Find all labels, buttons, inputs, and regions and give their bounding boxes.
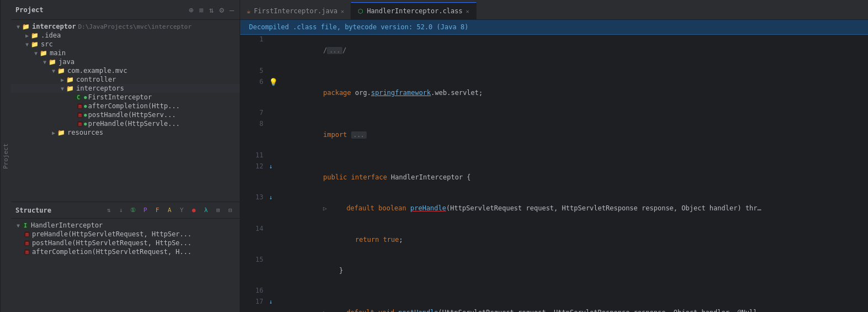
tree-item-label: interceptors — [76, 84, 124, 92]
arrow-icon: ▼ — [15, 24, 21, 30]
project-toolbar: Project ⊕ ≡ ⇅ ⚙ — — [11, 0, 240, 20]
folder-icon: 📁 — [31, 41, 39, 48]
structure-title: Structure — [15, 207, 102, 214]
tree-item-post-handle[interactable]: m ● postHandle(HttpServ... — [11, 110, 240, 119]
code-lines: 1 /.../ 5 6 💡 package org.springfram — [240, 35, 868, 312]
keyword: default — [331, 204, 379, 212]
code-editor[interactable]: 1 /.../ 5 6 💡 package org.springfram — [240, 35, 868, 312]
method-name: postHandle — [398, 309, 438, 312]
folder-icon: 📁 — [57, 129, 65, 136]
folder-icon: 📁 — [49, 59, 56, 66]
tree-item-src[interactable]: ▼ 📁 src — [11, 40, 240, 49]
line-gutter: ↓ — [268, 193, 279, 224]
filter-fields-icon[interactable]: F — [152, 205, 162, 215]
filter-circle-icon[interactable]: ● — [189, 205, 199, 215]
line-content: ▷ default boolean preHandle(HttpServletR… — [279, 193, 868, 224]
structure-item-handler-interceptor[interactable]: ▼ I HandlerInterceptor — [11, 221, 240, 230]
tree-item-interceptors[interactable]: ▼ 📁 interceptors — [11, 84, 240, 93]
line-content — [279, 151, 868, 162]
tab-handler-interceptor[interactable]: ⬡ HandlerInterceptor.class ✕ — [351, 2, 476, 19]
folder-icon: 📁 — [40, 50, 47, 57]
line-gutter[interactable]: 💡 — [268, 77, 279, 108]
structure-item-label: HandlerInterceptor — [31, 221, 103, 229]
structure-item-aftercompletion[interactable]: m afterCompletion(HttpServletRequest, H.… — [11, 247, 240, 256]
arrow-icon: ▼ — [15, 223, 21, 229]
tree-item-resources[interactable]: ▶ 📁 resources — [11, 128, 240, 137]
line-content: package org.springframework.web.servlet; — [279, 77, 868, 108]
filter-protected-icon[interactable]: P — [140, 205, 150, 215]
filter-y-icon[interactable]: Y — [177, 205, 187, 215]
structure-item-prehandle[interactable]: m preHandle(HttpServletRequest, HttpSer.… — [11, 230, 240, 239]
tree-item-interceptor[interactable]: ▼ 📁 interceptor D:\JavaProjects\mvc\inte… — [11, 22, 240, 31]
plain-text: (HttpServletRequest request, HttpServlet… — [446, 204, 758, 212]
tree-item-controller[interactable]: ▶ 📁 controller — [11, 75, 240, 84]
collapsed-text[interactable]: ... — [327, 47, 342, 54]
structure-item-posthandle[interactable]: m postHandle(HttpServletRequest, HttpSe.… — [11, 239, 240, 247]
filter-anon-icon[interactable]: A — [165, 205, 174, 215]
line-number: 1 — [240, 35, 268, 66]
settings-icon[interactable]: ⚙ — [218, 4, 225, 15]
add-icon[interactable]: ⊕ — [188, 4, 194, 15]
line-gutter — [268, 255, 279, 286]
collapsed-import[interactable]: ... — [351, 131, 367, 139]
code-line-14: 14 return true; — [240, 224, 868, 255]
method-name: preHandle — [410, 204, 446, 212]
filter-inherited-icon[interactable]: ① — [128, 205, 138, 215]
arrow-icon: ▶ — [24, 33, 30, 39]
tree-item-pre-handle[interactable]: m ● preHandle(HttpServle... — [11, 119, 240, 128]
tree-item-label: preHandle(HttpServle... — [88, 120, 179, 128]
plain-text: } — [323, 267, 343, 274]
collapse-icon[interactable]: ⊟ — [225, 205, 235, 215]
tree-item-after-completion[interactable]: m ● afterCompletion(Http... — [11, 102, 240, 110]
line-content: } — [279, 255, 868, 286]
tree-item-com-example-mvc[interactable]: ▼ 📁 com.example.mvc — [11, 66, 240, 75]
tab-close-button[interactable]: ✕ — [341, 8, 344, 14]
tabs-bar: ☕ FirstInterceptor.java ✕ ⬡ HandlerInter… — [240, 0, 868, 20]
arrow-icon: ▼ — [42, 59, 47, 65]
tree-item-idea[interactable]: ▶ 📁 .idea — [11, 31, 240, 40]
keyword: interface — [351, 173, 391, 181]
code-line-12: 12 ↓ public interface HandlerInterceptor… — [240, 162, 868, 193]
green-dot: ● — [84, 121, 87, 126]
plain-text: .web.servlet; — [431, 89, 483, 97]
keyword: public — [323, 173, 351, 181]
expand-icon[interactable]: ⊞ — [213, 205, 223, 215]
keyword: package — [323, 89, 355, 97]
sort-down-icon[interactable]: ↓ — [116, 205, 126, 215]
sidebar-panel: Project ⊕ ≡ ⇅ ⚙ — ▼ 📁 interceptor D:\Jav… — [11, 0, 240, 312]
line-number: 11 — [240, 151, 268, 162]
collapse-indicator: ▷ — [323, 309, 330, 312]
line-gutter — [268, 66, 279, 77]
line-number: 14 — [240, 224, 268, 255]
plain-text: org. — [355, 89, 371, 97]
line-number: 15 — [240, 255, 268, 286]
line-number: 5 — [240, 66, 268, 77]
minimize-icon[interactable]: — — [229, 4, 235, 15]
decompiled-text: Decompiled .class file, bytecode version… — [249, 23, 468, 31]
arrow-icon: ▼ — [33, 50, 39, 56]
bulb-icon[interactable]: 💡 — [269, 78, 278, 86]
keyword: default — [331, 309, 379, 312]
tree-item-java[interactable]: ▼ 📁 java — [11, 57, 240, 66]
tree-item-main[interactable]: ▼ 📁 main — [11, 49, 240, 57]
line-number: 16 — [240, 286, 268, 297]
editor-area: ☕ FirstInterceptor.java ✕ ⬡ HandlerInter… — [240, 0, 868, 312]
line-content: ▷ default void postHandle(HttpServletReq… — [279, 297, 868, 312]
folder-icon: 📁 — [66, 85, 74, 92]
tab-close-button[interactable]: ✕ — [466, 8, 469, 14]
folder-icon: 📁 — [66, 76, 74, 83]
code-line-17: 17 ↓ ▷ default void postHandle(HttpServl… — [240, 297, 868, 312]
list-icon[interactable]: ≡ — [198, 4, 204, 15]
folder-icon: 📁 — [57, 67, 65, 75]
filter-lambda-icon[interactable]: λ — [201, 205, 211, 215]
folder-icon: 📁 — [31, 32, 39, 39]
tree-item-first-interceptor[interactable]: C ● FirstInterceptor — [11, 93, 240, 102]
sort-alpha-icon[interactable]: ⇅ — [104, 205, 114, 215]
code-line-15: 15 } — [240, 255, 868, 286]
keyword: return — [355, 236, 383, 244]
line-number: 8 — [240, 119, 268, 151]
line-content — [279, 66, 868, 77]
sort-icon[interactable]: ⇅ — [208, 4, 215, 15]
tab-first-interceptor[interactable]: ☕ FirstInterceptor.java ✕ — [240, 3, 351, 19]
green-dot: ● — [84, 94, 87, 100]
